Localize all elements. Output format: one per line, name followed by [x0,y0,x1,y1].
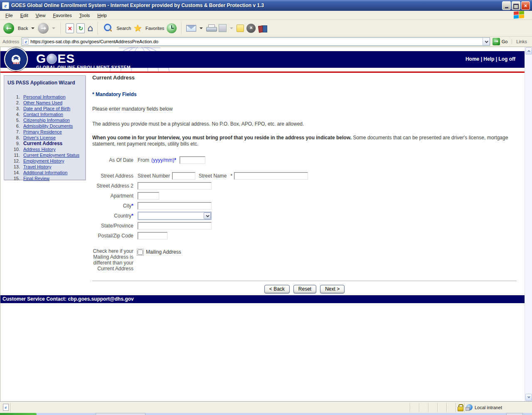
goes-header: G ES GLOBAL ONLINE ENROLLMENT SYSTEM Hom… [0,47,525,72]
wizard-link[interactable]: Employment History [23,158,64,164]
back-label[interactable]: Back [18,26,28,31]
history-icon[interactable] [167,23,177,33]
lock-icon [458,404,463,410]
apartment-label: Apartment [92,193,138,199]
wizard-link[interactable]: Driver's License [23,135,56,141]
home-icon[interactable]: ⌂ [87,23,93,34]
header-red-rule [0,72,525,73]
wizard-item: 3. Date and Place of Birth [7,106,85,111]
restore-button[interactable] [512,1,520,10]
refresh-icon[interactable]: ↻ [76,23,85,33]
scroll-down-icon[interactable] [525,394,532,401]
back-button[interactable]: < Back [264,285,290,294]
search-icon[interactable] [103,23,113,34]
city-input[interactable] [138,202,212,210]
menu-item[interactable]: Favorites [49,12,75,19]
goes-subtitle: GLOBAL ONLINE ENROLLMENT SYSTEM [36,65,131,70]
chevron-down-icon[interactable] [204,212,211,219]
wizard-link[interactable]: Primary Residence [23,129,62,135]
notes-icon[interactable] [236,25,244,32]
minimize-button[interactable] [502,1,511,10]
form-buttons: < Back Reset Next > [92,285,517,294]
wizard-item: 8. Driver's License [7,135,85,141]
goes-globe-o-icon [47,54,57,64]
street-address-label: Street Address [92,173,138,179]
country-select[interactable] [138,212,212,220]
favorites-label[interactable]: Favorites [145,26,164,31]
vertical-scrollbar[interactable] [525,47,532,401]
status-bar: e Local intranet [0,401,532,413]
intro-text-1: Please enter mandatory fields below [92,106,517,112]
address-form: As Of Date From (yyyy/mm)* Street Addres… [92,156,517,294]
address-label: Address [2,39,19,44]
toolbar-separator [98,22,98,35]
postal-input[interactable] [138,232,167,240]
stop-icon[interactable]: × [66,23,74,33]
street-name-input[interactable] [234,172,308,180]
start-button[interactable] [0,413,37,415]
wizard-item: 11. Current Employment Status [7,152,85,158]
next-button[interactable]: Next > [320,285,345,294]
wizard-item: 14. Additional Information [7,170,85,175]
search-label[interactable]: Search [116,26,131,31]
address-bar: Address e https://goes-sat.cbp.dhs.gov/g… [0,37,532,47]
wizard-link[interactable]: Travel History [23,164,51,170]
mailing-check-label: Check here if your Mailing Address is di… [92,248,138,272]
wizard-link[interactable]: Current Employment Status [23,152,79,158]
wizard-link[interactable]: Date and Place of Birth [23,106,70,111]
browser-window: e GOES Global Online Enrollment System -… [0,0,532,415]
wizard-link[interactable]: Personal Information [23,94,66,100]
form-separator [92,281,517,281]
mailing-checkbox-text: Mailing Address [146,249,181,255]
menu-item[interactable]: File [2,12,17,19]
mail-icon[interactable] [186,25,196,32]
from-date-input[interactable] [180,156,205,164]
street-number-input[interactable] [172,172,195,180]
apartment-row: Apartment [92,192,517,200]
wizard-link[interactable]: Final Review [23,175,49,181]
street-address2-label: Street Address 2 [92,183,138,189]
reset-button[interactable]: Reset [293,285,316,294]
as-of-date-row: As Of Date From (yyyy/mm)* [92,156,517,164]
state-input[interactable] [138,222,212,230]
scroll-up-icon[interactable] [525,47,532,54]
zone-label: Local intranet [475,405,502,410]
wizard-link[interactable]: Contact Information [23,111,63,117]
back-dropdown-icon[interactable] [31,27,34,29]
research-icon[interactable] [258,24,268,32]
wizard-link[interactable]: Citizenship Information [23,117,70,123]
menu-item[interactable]: Help [94,12,111,19]
wizard-link[interactable]: Additional Information [23,170,67,175]
close-button[interactable]: × [521,1,530,10]
address-url[interactable]: https://goes-sat.cbp.dhs.gov/goes/Curren… [30,39,482,44]
back-icon[interactable]: ← [3,23,14,34]
print-icon[interactable] [206,25,216,32]
menu-item[interactable]: Edit [17,12,32,19]
wizard-link[interactable]: Admissibility Documents [23,123,73,129]
mail-dropdown-icon[interactable] [200,27,203,29]
wizard-item: 13. Travel History [7,164,85,170]
mailing-address-checkbox[interactable] [138,249,143,255]
from-format-hint: (yyyy/mm) [151,157,174,163]
edit-dropdown-icon [230,27,233,29]
links-label[interactable]: Links [512,39,527,44]
street-name-required: * [230,173,232,179]
go-button[interactable]: → Go [493,38,508,45]
messenger-icon[interactable]: × [246,24,256,33]
street-address2-input[interactable] [138,182,212,190]
wizard-item: 2. Other Names Used [7,100,85,106]
wizard-link[interactable]: Address History [23,146,56,152]
title-bar: e GOES Global Online Enrollment System -… [0,0,532,11]
wizard-item: 1. Personal Information [7,94,85,100]
forward-icon[interactable]: → [38,23,49,34]
address-dropdown-icon[interactable] [483,38,490,45]
menu-item[interactable]: Tools [76,12,94,19]
wizard-link[interactable]: Other Names Used [23,100,62,106]
favorites-icon[interactable]: ★ [133,23,142,34]
apartment-input[interactable] [138,192,159,200]
wizard-item: 12. Employment History [7,158,85,164]
header-nav-links[interactable]: Home | Help | Log off [466,56,515,62]
address-field[interactable]: e https://goes-sat.cbp.dhs.gov/goes/Curr… [22,37,490,46]
wizard-link[interactable]: Current Address [23,141,62,146]
menu-item[interactable]: View [32,12,49,19]
